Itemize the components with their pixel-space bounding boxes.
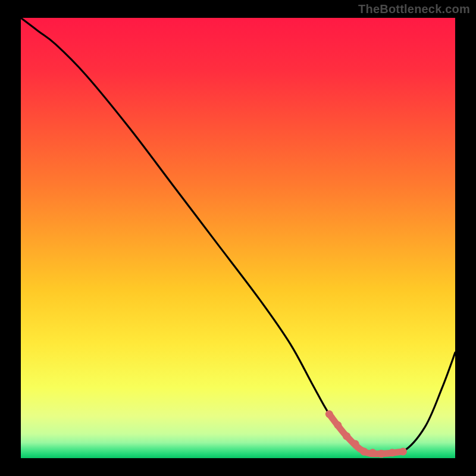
highlight-dot: [334, 421, 342, 429]
highlight-dot: [343, 433, 350, 440]
highlight-dot: [377, 450, 385, 458]
highlight-dot: [325, 411, 333, 418]
highlight-dot: [399, 447, 407, 455]
highlight-dot: [369, 449, 377, 456]
highlight-dot: [389, 449, 396, 456]
bottleneck-chart: [0, 0, 476, 476]
highlight-dot: [352, 440, 359, 448]
highlight-dot: [360, 447, 368, 455]
plot-background: [21, 18, 455, 458]
watermark-text: TheBottleneck.com: [358, 2, 470, 16]
chart-stage: TheBottleneck.com: [0, 0, 476, 476]
